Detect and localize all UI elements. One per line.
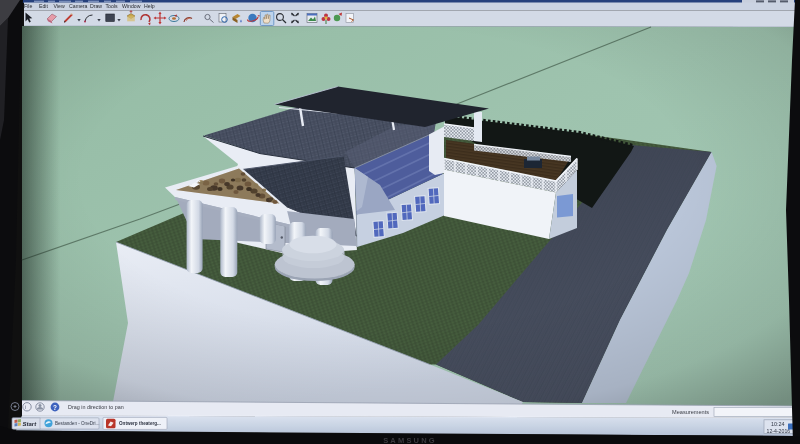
svg-text:12-4-2016: 12-4-2016: [767, 428, 791, 434]
svg-text:Help: Help: [144, 3, 155, 9]
svg-text:?: ?: [53, 404, 57, 411]
svg-text:Start: Start: [23, 421, 38, 427]
svg-text:i: i: [25, 404, 26, 410]
svg-text:Ontwerp theaterg...: Ontwerp theaterg...: [119, 421, 161, 426]
svg-text:View: View: [54, 3, 65, 9]
svg-text:Bestanden - OneDri...: Bestanden - OneDri...: [55, 421, 99, 426]
svg-text:Tools: Tools: [106, 3, 119, 9]
svg-text:Edit: Edit: [39, 3, 48, 9]
svg-text:Camera: Camera: [69, 3, 88, 9]
svg-text:10:24: 10:24: [771, 421, 785, 427]
svg-text:File: File: [24, 3, 32, 9]
svg-text:Window: Window: [122, 3, 141, 9]
svg-text:Measurements: Measurements: [672, 409, 709, 415]
svg-text:Draw: Draw: [90, 3, 102, 9]
svg-text:Drag in direction to pan: Drag in direction to pan: [68, 404, 124, 410]
svg-text:SAMSUNG: SAMSUNG: [383, 436, 437, 444]
